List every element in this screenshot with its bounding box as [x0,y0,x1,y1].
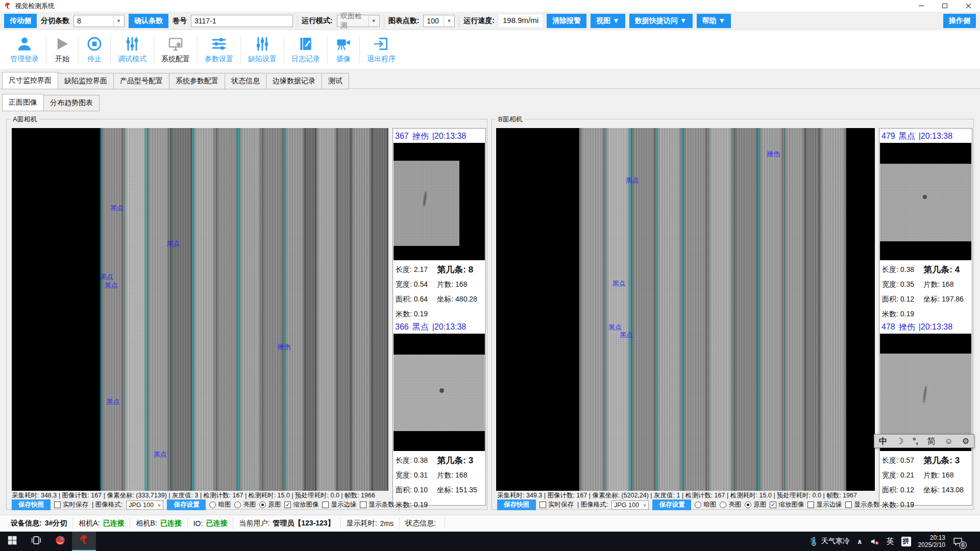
save-snapshot-button[interactable]: 保存快照 [12,499,51,510]
ime-chinese-mode[interactable]: 中 [879,435,887,447]
image-mode-radio[interactable]: 暗图 [209,500,231,509]
image-format-select[interactable]: JPG 100∨ [126,500,163,510]
save-settings-button[interactable]: 保存设置 [652,499,691,510]
image-mode-radio[interactable]: 原图 [259,500,281,509]
help-menu-button[interactable]: 帮助 ▼ [697,14,731,28]
defect-detail-grid: 长度: 0.38第几条: 4宽度: 0.35片数: 168面积: 0.12坐标:… [880,260,971,321]
image-mode-radio[interactable]: 亮图 [720,500,741,509]
notification-center-button[interactable]: 6 [952,536,963,547]
video-camera-icon [335,36,352,52]
tool-params-sliders-button[interactable]: 参数设置 [198,33,240,66]
window-controls [910,0,980,12]
tool-journal-button[interactable]: 日志记录 [284,33,327,66]
display-option-checkbox[interactable]: ✓缩放图像 [284,500,318,509]
run-mode-select[interactable]: 双面检测 ▼ [337,15,380,27]
tool-stop-button[interactable]: 停止 [79,33,110,66]
ime-fullwidth-icon[interactable]: ☽ [896,435,903,447]
taskbar-windows-start-button[interactable] [0,532,24,551]
close-button[interactable] [957,0,980,12]
display-option-checkbox[interactable]: 显示边缘 [807,500,842,509]
image-mode-radio[interactable]: 原图 [745,500,766,509]
defect-card[interactable]: 479黑点|20:13:38长度: 0.38第几条: 4宽度: 0.35片数: … [880,130,971,321]
save-snapshot-button[interactable]: 保存快照 [497,499,536,510]
ime-simplified-icon[interactable]: 简 [927,435,936,447]
tool-user-button[interactable]: 管理登录 [3,33,46,66]
chart-points-select[interactable]: 100 ▼ [423,15,455,27]
material-strip [192,128,215,491]
toolbar-item-label: 参数设置 [205,55,233,64]
ime-emoji-icon[interactable]: ☺ [944,435,952,447]
image-format-select[interactable]: JPG 100∨ [611,500,649,510]
defect-marker-label: 黑点 [107,397,120,407]
chevron-down-icon: ∨ [643,503,647,508]
taskbar-clock[interactable]: 20:13 2025/2/10 [918,534,945,548]
defect-card[interactable]: 367挫伤|20:13:38长度: 2.17第几条: 8宽度: 0.54片数: … [394,130,485,321]
checkbox-icon [540,502,546,508]
defect-card[interactable]: 478挫伤|20:13:38长度: 0.57第几条: 3宽度: 0.21片数: … [880,321,971,512]
chevron-down-icon: ▼ [369,15,376,27]
camera-b-status-line: 采集耗时: 349.3 | 图像计数: 167 | 像素坐标: (5202,24… [497,491,857,500]
defect-card[interactable]: 366黑点|20:13:38长度: 0.38第几条: 3宽度: 0.31片数: … [394,321,485,512]
main-tab-1[interactable]: 缺陷监控界面 [58,73,114,89]
main-tab-0[interactable]: 尺寸监控界面 [2,72,58,89]
taskbar-vision-app-button[interactable] [72,532,96,551]
weather-widget[interactable]: 天气寒冷 [809,537,850,546]
realtime-save-checkbox[interactable]: 实时保存 [54,500,88,509]
window-title: 视觉检测系统 [15,2,55,11]
tool-debug-sliders-button[interactable]: 调试模式 [111,33,154,66]
taskbar-red-app-button[interactable] [48,532,72,551]
defect-field: 第几条: 8 [437,262,484,277]
ime-punctuation-icon[interactable]: °, [913,435,918,447]
status-item-label: 相机A: [79,519,100,528]
display-option-checkbox[interactable]: 显示条数 [845,500,879,509]
clear-alarm-button[interactable]: 清除报警 [547,14,586,28]
tool-defect-sliders-button[interactable]: 缺陷设置 [241,33,284,66]
maximize-button[interactable] [933,0,957,12]
taskbar-task-view-button[interactable] [24,532,48,551]
stop-icon [86,36,103,52]
defect-id: 478 [881,322,895,331]
save-settings-button[interactable]: 保存设置 [167,499,206,510]
tool-play-button[interactable]: 开始 [46,33,78,66]
realtime-save-checkbox[interactable]: 实时保存 [540,500,574,509]
image-mode-radio[interactable]: 暗图 [695,500,716,509]
view-menu-button[interactable]: 视图 ▼ [591,14,625,28]
defect-detail-grid: 长度: 0.57第几条: 3宽度: 0.21片数: 168面积: 0.12坐标:… [880,451,971,512]
run-mode-label: 运行模式: [302,16,333,26]
tool-exit-button[interactable]: 退出程序 [360,33,403,66]
main-tab-6[interactable]: 测试 [322,73,349,89]
sub-tab-1[interactable]: 分布趋势图表 [43,95,100,111]
slit-count-select[interactable]: 8 ▼ [74,15,125,27]
data-quick-access-button[interactable]: 数据快捷访问 ▼ [629,14,693,28]
image-mode-radio[interactable]: 亮图 [234,500,256,509]
main-tab-5[interactable]: 边缘数据记录 [266,73,322,89]
main-tab-3[interactable]: 系统参数配置 [169,73,225,89]
status-item-value: 已连接 [103,519,124,528]
main-tab-4[interactable]: 状态信息 [225,73,266,89]
tool-monitor-gear-button[interactable]: 系统配置 [154,33,197,66]
roll-number-input[interactable] [191,15,293,27]
defect-field: 长度: 2.17 [396,262,437,277]
ime-pinyin-icon[interactable]: 拼 [901,537,911,546]
defect-card-header: 366黑点|20:13:38 [394,321,485,334]
defect-field: 长度: 0.38 [882,262,923,277]
display-option-checkbox[interactable]: ✓缩放图像 [770,500,804,509]
speaker-muted-icon[interactable] [870,537,879,546]
checkbox-label: 显示条数 [369,500,394,509]
minimize-button[interactable] [910,0,933,12]
sub-tab-0[interactable]: 正面图像 [2,94,44,111]
display-option-checkbox[interactable]: 显示边缘 [322,500,356,509]
confirm-count-button[interactable]: 确认条数 [129,14,168,28]
tool-video-camera-button[interactable]: 摄像 [328,33,359,66]
ime-settings-icon[interactable]: ⚙ [962,435,969,447]
checkbox-icon [322,502,329,508]
toolbar-item-label: 日志记录 [291,55,320,64]
camera-a-groupbox: A面相机 黑点黑点黑点黑点挫伤黑点黑点 367挫伤|20:13:38长度: 2.… [6,119,487,510]
drive-side-button[interactable]: 传动侧 [4,14,37,28]
main-tab-2[interactable]: 产品型号配置 [113,73,169,89]
language-indicator[interactable]: 英 [887,537,894,546]
operate-side-button[interactable]: 操作侧 [943,14,976,28]
hidden-icons-button[interactable]: ∧ [857,538,863,545]
defect-field: 米数: 0.19 [396,497,437,512]
display-option-checkbox[interactable]: 显示条数 [360,500,394,509]
